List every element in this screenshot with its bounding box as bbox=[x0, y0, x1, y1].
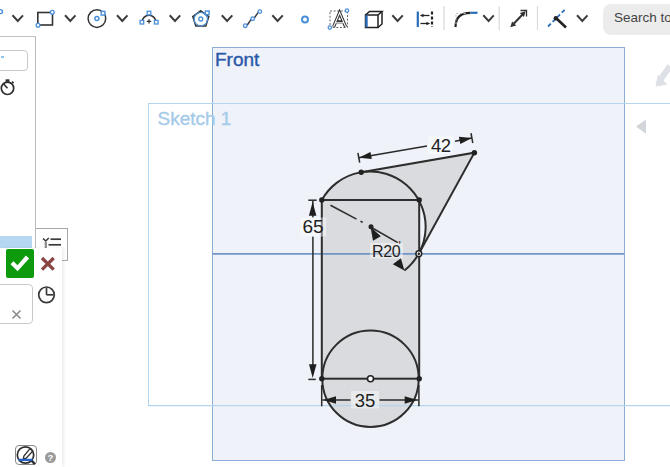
svg-text:R20: R20 bbox=[372, 243, 401, 260]
svg-text:65: 65 bbox=[303, 216, 324, 237]
svg-text:42: 42 bbox=[431, 135, 451, 156]
svg-text:35: 35 bbox=[355, 390, 376, 411]
svg-text:': ' bbox=[399, 239, 401, 253]
